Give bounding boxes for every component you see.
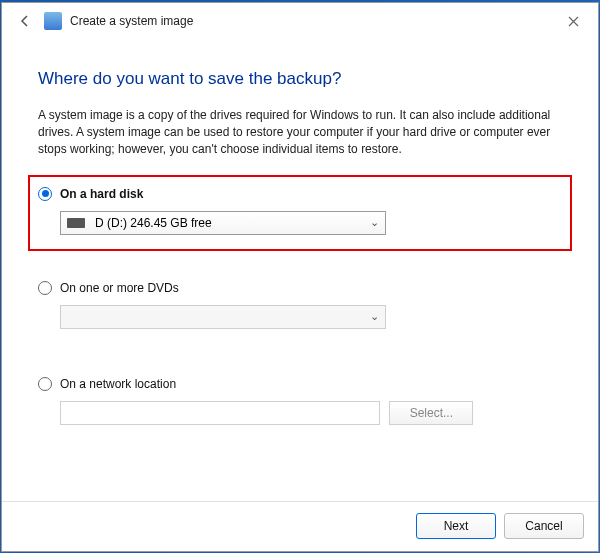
chevron-down-icon: ⌄ <box>370 310 379 323</box>
radio-network[interactable] <box>38 377 52 391</box>
titlebar: Create a system image <box>2 3 598 39</box>
close-button[interactable] <box>558 9 588 35</box>
window-title: Create a system image <box>70 14 193 28</box>
highlight-annotation: On a hard disk D (D:) 246.45 GB free ⌄ <box>28 175 572 251</box>
option-dvd-label[interactable]: On one or more DVDs <box>60 281 179 295</box>
description-text: A system image is a copy of the drives r… <box>38 107 562 159</box>
network-path-input <box>60 401 380 425</box>
dvd-dropdown: ⌄ <box>60 305 386 329</box>
option-network-label[interactable]: On a network location <box>60 377 176 391</box>
hard-disk-selected: D (D:) 246.45 GB free <box>95 216 212 230</box>
option-hard-disk-label[interactable]: On a hard disk <box>60 187 143 201</box>
radio-dvd[interactable] <box>38 281 52 295</box>
option-dvd-group: On one or more DVDs ⌄ <box>38 275 562 335</box>
option-dvd[interactable]: On one or more DVDs <box>38 281 562 295</box>
option-network[interactable]: On a network location <box>38 377 562 391</box>
app-icon <box>44 12 62 30</box>
chevron-down-icon: ⌄ <box>370 216 379 229</box>
radio-hard-disk[interactable] <box>38 187 52 201</box>
dialog-window: Create a system image Where do you want … <box>1 2 599 552</box>
page-heading: Where do you want to save the backup? <box>38 69 562 89</box>
footer: Next Cancel <box>2 501 598 551</box>
content-area: Where do you want to save the backup? A … <box>2 39 598 501</box>
network-select-button: Select... <box>389 401 473 425</box>
option-network-group: On a network location Select... <box>38 371 562 431</box>
hard-disk-dropdown[interactable]: D (D:) 246.45 GB free ⌄ <box>60 211 386 235</box>
option-hard-disk[interactable]: On a hard disk <box>38 187 562 201</box>
back-button[interactable] <box>16 12 34 30</box>
next-button[interactable]: Next <box>416 513 496 539</box>
disk-icon <box>67 218 85 228</box>
cancel-button[interactable]: Cancel <box>504 513 584 539</box>
